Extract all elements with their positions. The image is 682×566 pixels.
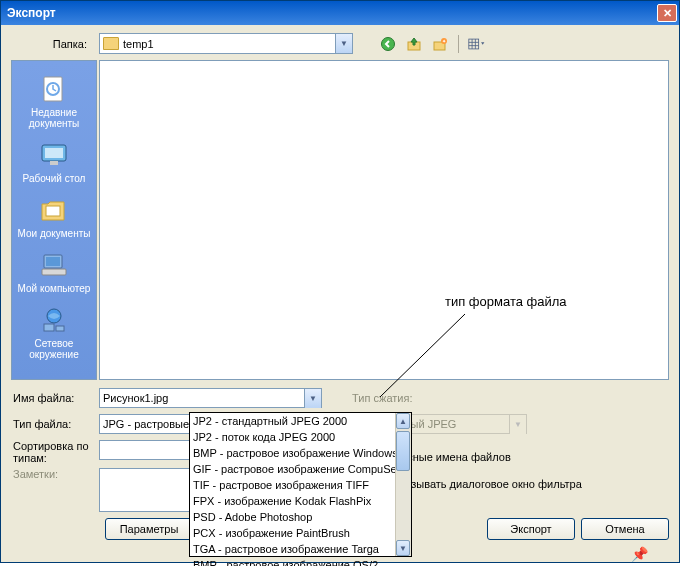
window-title: Экспорт	[7, 6, 657, 20]
folder-value: temp1	[123, 38, 154, 50]
place-label: Сетевое окружение	[14, 338, 94, 360]
folder-label: Папка:	[11, 38, 93, 50]
dropdown-option[interactable]: PSD - Adobe Photoshop	[190, 509, 411, 525]
place-network[interactable]: Сетевое окружение	[12, 300, 96, 364]
svg-text:✦: ✦	[442, 38, 446, 44]
sort-label: Сортировка по типам:	[11, 440, 93, 464]
view-menu-icon[interactable]	[468, 35, 486, 53]
scroll-down-icon[interactable]: ▼	[396, 540, 410, 556]
export-button[interactable]: Экспорт	[487, 518, 575, 540]
filename-input[interactable]: Рисунок1.jpg ▼	[99, 388, 322, 408]
svg-line-22	[380, 314, 465, 397]
place-label: Мои документы	[18, 228, 91, 239]
dropdown-option[interactable]: JP2 - стандартный JPEG 2000	[190, 413, 411, 429]
computer-icon	[38, 249, 70, 281]
close-button[interactable]: ✕	[657, 4, 677, 22]
svg-rect-18	[42, 269, 66, 275]
network-icon	[38, 304, 70, 336]
dropdown-option[interactable]: PCX - изображение PaintBrush	[190, 525, 411, 541]
pushpin-icon[interactable]: 📌	[631, 546, 648, 562]
up-folder-icon[interactable]	[405, 35, 423, 53]
chevron-down-icon: ▼	[509, 415, 526, 434]
scrollbar[interactable]: ▲ ▼	[395, 413, 411, 556]
places-bar: Недавние документы Рабочий стол Мои доку…	[11, 60, 97, 380]
mydocs-icon	[38, 194, 70, 226]
svg-rect-15	[46, 206, 60, 216]
svg-rect-21	[56, 326, 64, 331]
place-mydocs[interactable]: Мои документы	[12, 190, 96, 243]
toolbar-icons: ✦	[379, 35, 486, 53]
dropdown-option[interactable]: BMP - растровое изображение OS/2	[190, 557, 411, 566]
filename-value: Рисунок1.jpg	[103, 392, 168, 404]
place-mycomputer[interactable]: Мой компьютер	[12, 245, 96, 298]
dropdown-option[interactable]: TIF - растровое изображения TIFF	[190, 477, 411, 493]
titlebar: Экспорт ✕	[1, 1, 679, 25]
separator	[458, 35, 459, 53]
svg-rect-17	[46, 257, 60, 266]
filetype-label: Тип файла:	[11, 418, 93, 430]
back-icon[interactable]	[379, 35, 397, 53]
svg-rect-5	[469, 39, 479, 49]
folder-select[interactable]: temp1 ▼	[99, 33, 353, 54]
svg-rect-13	[45, 148, 63, 158]
place-label: Мой компьютер	[18, 283, 91, 294]
cancel-button[interactable]: Отмена	[581, 518, 669, 540]
place-label: Недавние документы	[14, 107, 94, 129]
folder-icon	[103, 37, 119, 50]
desktop-icon	[38, 139, 70, 171]
annotation-line	[380, 309, 465, 399]
svg-point-0	[382, 37, 395, 50]
params-button[interactable]: Параметры	[105, 518, 193, 540]
recent-icon	[38, 73, 70, 105]
filetype-dropdown[interactable]: JP2 - стандартный JPEG 2000 JP2 - поток …	[189, 412, 412, 557]
scroll-up-icon[interactable]: ▲	[396, 413, 410, 429]
annotation-text: тип формата файла	[445, 294, 567, 309]
dropdown-option[interactable]: JP2 - поток кода JPEG 2000	[190, 429, 411, 445]
dropdown-option[interactable]: BMP - растровое изображение Windows	[190, 445, 411, 461]
place-label: Рабочий стол	[23, 173, 86, 184]
folder-row: Папка: temp1 ▼ ✦	[1, 25, 679, 60]
place-desktop[interactable]: Рабочий стол	[12, 135, 96, 188]
place-recent[interactable]: Недавние документы	[12, 69, 96, 133]
new-folder-icon[interactable]: ✦	[431, 35, 449, 53]
filename-label: Имя файла:	[11, 392, 93, 404]
svg-rect-14	[50, 161, 58, 165]
dropdown-option[interactable]: GIF - растровое изображение CompuServe	[190, 461, 411, 477]
chevron-down-icon[interactable]: ▼	[335, 34, 352, 53]
notes-label: Заметки:	[11, 468, 93, 480]
chevron-down-icon[interactable]: ▼	[304, 389, 321, 408]
dropdown-option[interactable]: TGA - растровое изображение Targa	[190, 541, 411, 557]
svg-rect-20	[44, 324, 54, 331]
dropdown-option[interactable]: FPX - изображение Kodak FlashPix	[190, 493, 411, 509]
scrollbar-thumb[interactable]	[396, 431, 410, 471]
main-area: Недавние документы Рабочий стол Мои доку…	[1, 60, 679, 380]
